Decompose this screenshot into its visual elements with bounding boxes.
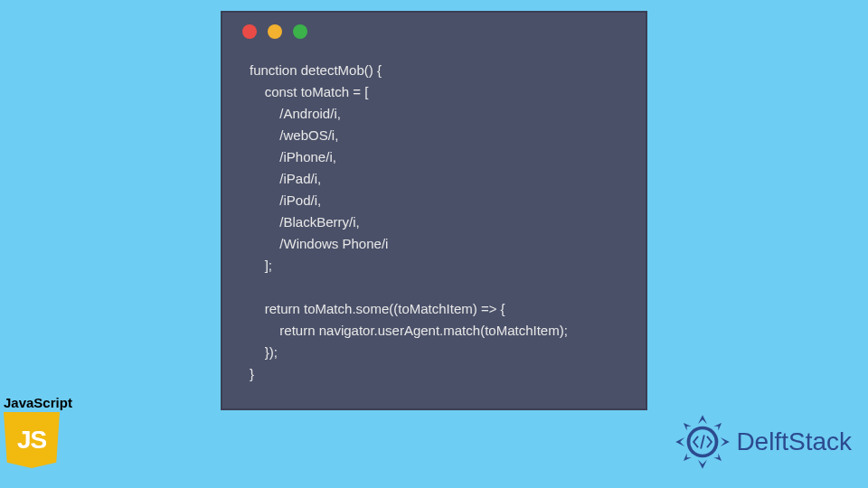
code-block: function detectMob() { const toMatch = [… (222, 51, 646, 408)
brand-logo-icon (675, 414, 731, 470)
brand: DelftStack (675, 414, 852, 470)
window-titlebar (222, 13, 646, 51)
svg-marker-0 (698, 415, 707, 424)
maximize-icon[interactable] (293, 24, 307, 39)
svg-marker-3 (721, 437, 730, 446)
minimize-icon[interactable] (268, 24, 282, 39)
javascript-badge: JavaScript JS (4, 395, 72, 468)
close-icon[interactable] (242, 24, 257, 39)
brand-name: DelftStack (736, 427, 852, 456)
javascript-label: JavaScript (4, 395, 72, 410)
svg-marker-5 (714, 423, 722, 431)
javascript-logo-icon: JS (4, 412, 60, 468)
code-window: function detectMob() { const toMatch = [… (221, 11, 647, 410)
svg-marker-6 (684, 453, 692, 461)
svg-marker-4 (684, 423, 692, 431)
javascript-logo-text: JS (17, 426, 46, 455)
svg-marker-7 (714, 453, 722, 461)
svg-marker-2 (676, 437, 685, 446)
svg-marker-1 (698, 460, 707, 469)
